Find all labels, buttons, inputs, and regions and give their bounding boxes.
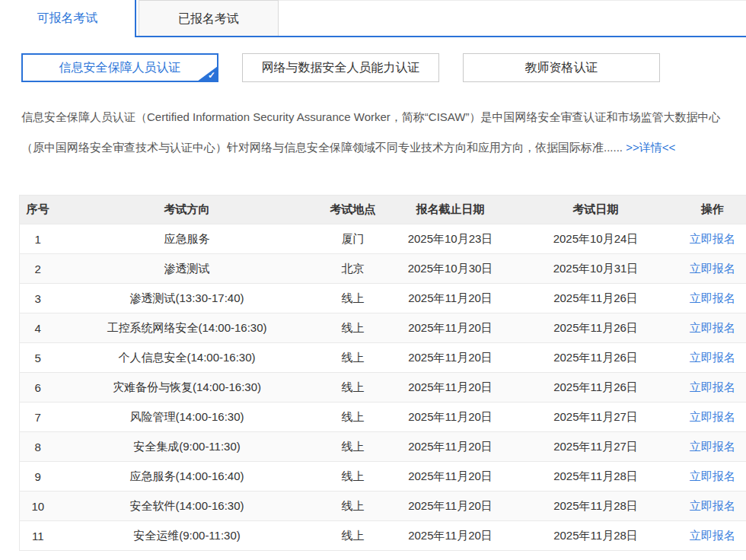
cell-location: 北京 [318, 254, 388, 284]
cell-exam-date: 2025年11月26日 [513, 343, 679, 373]
cell-location: 线上 [318, 462, 388, 492]
cert-button-cisaw[interactable]: 信息安全保障人员认证 ✓ [21, 53, 218, 82]
cell-exam-date: 2025年11月28日 [513, 462, 679, 492]
cell-direction: 工控系统网络安全(14:00-16:30) [56, 313, 318, 343]
cell-deadline: 2025年11月20日 [388, 313, 513, 343]
description-text: 信息安全保障人员认证（Certified Information Securit… [21, 110, 720, 154]
register-link[interactable]: 立即报名 [690, 499, 735, 512]
cell-direction: 安全软件(14:00-16:30) [56, 492, 318, 521]
cert-button-network-data-security[interactable]: 网络与数据安全人员能力认证 [242, 53, 439, 82]
cert-button-label: 网络与数据安全人员能力认证 [262, 60, 420, 76]
register-link[interactable]: 立即报名 [690, 469, 735, 482]
cell-action: 立即报名 [679, 402, 746, 432]
cell-no: 8 [20, 432, 56, 462]
cell-direction: 渗透测试(13:30-17:40) [56, 284, 318, 313]
cell-no: 2 [20, 254, 56, 284]
tab-bar-underline [136, 36, 746, 37]
tab-bar-filler [279, 0, 746, 37]
cell-location: 线上 [318, 373, 388, 402]
cell-action: 立即报名 [679, 254, 746, 284]
register-link[interactable]: 立即报名 [690, 232, 735, 245]
cell-deadline: 2025年11月20日 [388, 343, 513, 373]
table-row: 7 风险管理(14:00-16:30) 线上 2025年11月20日 2025年… [20, 402, 746, 432]
cell-action: 立即报名 [679, 462, 746, 492]
cell-direction: 安全运维(9:00-11:30) [56, 521, 318, 551]
cell-location: 线上 [318, 284, 388, 313]
tab-available-exams[interactable]: 可报名考试 [0, 0, 136, 37]
cell-action: 立即报名 [679, 373, 746, 402]
cell-exam-date: 2025年11月26日 [513, 373, 679, 402]
cell-exam-date: 2025年11月27日 [513, 432, 679, 462]
header-row: 序号 考试方向 考试地点 报名截止日期 考试日期 操作 [20, 196, 746, 224]
cell-deadline: 2025年10月23日 [388, 224, 513, 254]
cell-no: 6 [20, 373, 56, 402]
detail-link[interactable]: >>详情<< [626, 141, 675, 154]
register-link[interactable]: 立即报名 [690, 529, 735, 542]
cell-action: 立即报名 [679, 343, 746, 373]
register-link[interactable]: 立即报名 [690, 410, 735, 423]
cell-location: 线上 [318, 313, 388, 343]
tab-bar: 可报名考试 已报名考试 [0, 0, 746, 37]
cell-no: 10 [20, 492, 56, 521]
tab-registered-exams[interactable]: 已报名考试 [139, 0, 279, 37]
col-header-action: 操作 [679, 196, 746, 224]
table-row: 8 安全集成(9:00-11:30) 线上 2025年11月20日 2025年1… [20, 432, 746, 462]
certification-buttons: 信息安全保障人员认证 ✓ 网络与数据安全人员能力认证 教师资格认证 [21, 53, 746, 82]
certification-description: 信息安全保障人员认证（Certified Information Securit… [21, 102, 725, 163]
cell-exam-date: 2025年11月28日 [513, 521, 679, 551]
cell-action: 立即报名 [679, 521, 746, 551]
table-row: 3 渗透测试(13:30-17:40) 线上 2025年11月20日 2025年… [20, 284, 746, 313]
cert-button-teacher-qualification[interactable]: 教师资格认证 [463, 53, 660, 82]
cell-direction: 应急服务(14:00-16:40) [56, 462, 318, 492]
register-link[interactable]: 立即报名 [690, 440, 735, 453]
cell-direction: 个人信息安全(14:00-16:30) [56, 343, 318, 373]
cell-location: 线上 [318, 432, 388, 462]
col-header-exam-date: 考试日期 [513, 196, 679, 224]
cell-no: 1 [20, 224, 56, 254]
cell-exam-date: 2025年11月26日 [513, 313, 679, 343]
exam-table-body: 1 应急服务 厦门 2025年10月23日 2025年10月24日 立即报名 2… [20, 224, 746, 551]
cell-location: 线上 [318, 492, 388, 521]
cell-deadline: 2025年11月20日 [388, 373, 513, 402]
register-link[interactable]: 立即报名 [690, 380, 735, 393]
cert-button-label: 教师资格认证 [525, 60, 598, 76]
cell-deadline: 2025年11月20日 [388, 432, 513, 462]
cell-exam-date: 2025年11月27日 [513, 402, 679, 432]
cell-action: 立即报名 [679, 224, 746, 254]
cell-action: 立即报名 [679, 432, 746, 462]
register-link[interactable]: 立即报名 [690, 351, 735, 364]
cell-direction: 渗透测试 [56, 254, 318, 284]
cert-button-label: 信息安全保障人员认证 [59, 60, 181, 76]
cell-location: 线上 [318, 521, 388, 551]
register-link[interactable]: 立即报名 [690, 262, 735, 275]
cell-direction: 安全集成(9:00-11:30) [56, 432, 318, 462]
table-row: 10 安全软件(14:00-16:30) 线上 2025年11月20日 2025… [20, 492, 746, 521]
cell-no: 11 [20, 521, 56, 551]
table-row: 5 个人信息安全(14:00-16:30) 线上 2025年11月20日 202… [20, 343, 746, 373]
col-header-direction: 考试方向 [56, 196, 318, 224]
cell-action: 立即报名 [679, 492, 746, 521]
cell-exam-date: 2025年10月31日 [513, 254, 679, 284]
exam-table: 序号 考试方向 考试地点 报名截止日期 考试日期 操作 1 应急服务 厦门 20… [19, 195, 746, 551]
col-header-no: 序号 [20, 196, 56, 224]
cell-exam-date: 2025年11月26日 [513, 284, 679, 313]
register-link[interactable]: 立即报名 [690, 291, 735, 304]
cell-no: 3 [20, 284, 56, 313]
table-row: 9 应急服务(14:00-16:40) 线上 2025年11月20日 2025年… [20, 462, 746, 492]
cell-action: 立即报名 [679, 284, 746, 313]
exam-table-header: 序号 考试方向 考试地点 报名截止日期 考试日期 操作 [20, 196, 746, 224]
cell-deadline: 2025年11月20日 [388, 521, 513, 551]
col-header-deadline: 报名截止日期 [388, 196, 513, 224]
cell-location: 厦门 [318, 224, 388, 254]
register-link[interactable]: 立即报名 [690, 321, 735, 334]
cell-exam-date: 2025年10月24日 [513, 224, 679, 254]
table-row: 2 渗透测试 北京 2025年10月30日 2025年10月31日 立即报名 [20, 254, 746, 284]
cell-direction: 灾难备份与恢复(14:00-16:30) [56, 373, 318, 402]
col-header-location: 考试地点 [318, 196, 388, 224]
cell-no: 7 [20, 402, 56, 432]
selected-check-icon: ✓ [208, 68, 215, 82]
cell-no: 4 [20, 313, 56, 343]
cell-no: 5 [20, 343, 56, 373]
cell-deadline: 2025年11月20日 [388, 462, 513, 492]
table-row: 6 灾难备份与恢复(14:00-16:30) 线上 2025年11月20日 20… [20, 373, 746, 402]
